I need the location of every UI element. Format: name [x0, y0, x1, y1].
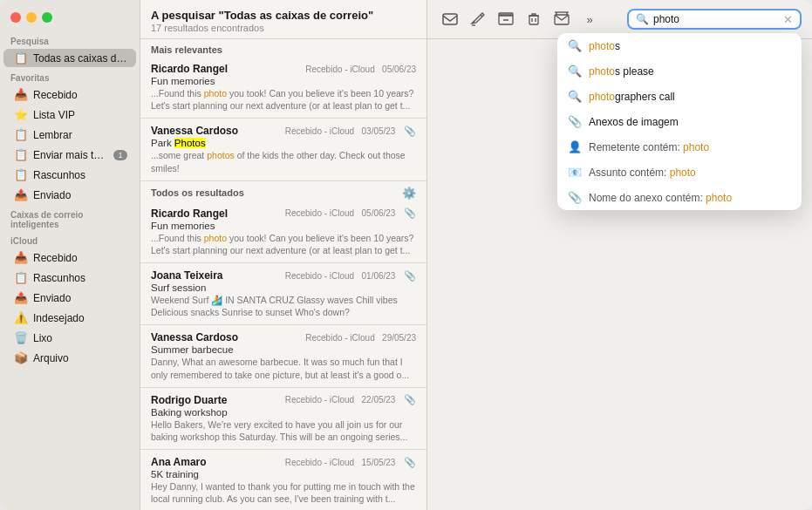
email-list-header: A pesquisar "Todas as caixas de correio"… [140, 0, 426, 39]
autocomplete-item-photos-please[interactable]: 🔍 photos please [557, 58, 802, 84]
section-all: Todos os resultados ⚙️ [140, 181, 426, 201]
email-preview: ...Found this photo you took! Can you be… [151, 232, 416, 256]
drafts-icon: 📋 [14, 271, 28, 284]
favorites-section-label: Favoritas [0, 68, 140, 85]
email-subject: 5K training [151, 469, 416, 479]
autocomplete-item-attachment-name[interactable]: 📎 Nome do anexo contém: photo [557, 185, 802, 210]
autocomplete-item-attachment-image[interactable]: 📎 Anexos de imagem [557, 109, 802, 134]
sidebar-item-enviar-mais-tarde[interactable]: 📋 Enviar mais tarde 1 [3, 146, 136, 164]
search-input[interactable] [653, 13, 779, 25]
autocomplete-text: photographers call [589, 91, 791, 103]
email-preview: Weekend Surf 🏄 IN SANTA CRUZ Glassy wave… [151, 294, 416, 318]
sidebar-item-enviado-fav[interactable]: 📤 Enviado [3, 186, 136, 204]
sidebar-item-label: Recebido [33, 89, 127, 101]
email-list-title: A pesquisar "Todas as caixas de correio" [151, 9, 416, 22]
sidebar-item-label: Indesejado [33, 312, 127, 324]
sidebar-item-label: Enviado [33, 292, 127, 304]
svg-line-1 [481, 15, 482, 17]
autocomplete-item-subject[interactable]: 📧 Assunto contém: photo [557, 160, 802, 185]
email-list: A pesquisar "Todas as caixas de correio"… [140, 0, 427, 510]
more-button[interactable]: » [577, 7, 602, 31]
autocomplete-item-photographers[interactable]: 🔍 photographers call [557, 84, 802, 109]
email-item[interactable]: Ricardo Rangel Recebido - iCloud 05/06/2… [140, 201, 426, 263]
sidebar-item-vip[interactable]: ⭐ Lista VIP [3, 105, 136, 124]
delete-button[interactable] [522, 7, 546, 31]
sidebar-item-all-mailboxes[interactable]: 📋 Todas as caixas de... [3, 49, 136, 67]
archive-button[interactable] [494, 7, 518, 31]
sent-icon: 📤 [14, 291, 28, 304]
attachment-suggestion-icon: 📎 [568, 115, 582, 128]
sidebar-item-recebido-fav[interactable]: 📥 Recebido [3, 85, 136, 104]
compose-button[interactable] [466, 7, 490, 31]
sidebar-item-recebido-ic[interactable]: 📥 Recebido [3, 248, 136, 267]
sidebar-item-label: Rascunhos [33, 169, 127, 181]
email-item[interactable]: Ricardo Rangel Recebido - iCloud 05/06/2… [140, 57, 426, 119]
drafts-icon: 📋 [14, 168, 28, 181]
email-list-body: Mais relevantes Ricardo Rangel Recebido … [140, 39, 426, 510]
new-mail-button[interactable] [438, 7, 462, 31]
sidebar-item-indesejado[interactable]: ⚠️ Indesejado [3, 309, 136, 327]
autocomplete-item-sender[interactable]: 👤 Remetente contém: photo [557, 134, 802, 160]
sidebar-item-arquivo[interactable]: 📦 Arquivo [3, 349, 136, 367]
email-date-source: Recebido - iCloud 05/06/23 [305, 65, 416, 74]
sidebar-item-label: Lixo [33, 332, 127, 344]
email-item[interactable]: Rodrigo Duarte Recebido - iCloud 22/05/2… [140, 388, 426, 450]
email-preview: ...Found this photo you took! Can you be… [151, 87, 416, 112]
attachment-icon: 📎 [404, 457, 416, 468]
autocomplete-text: photos please [589, 65, 791, 78]
sidebar: Pesquisa 📋 Todas as caixas de... Favorit… [0, 0, 140, 510]
email-sender: Ricardo Rangel [151, 63, 228, 75]
sidebar-item-label: Arquivo [33, 352, 127, 364]
sidebar-item-rascunhos-ic[interactable]: 📋 Rascunhos [3, 269, 136, 287]
email-preview: Danny, What an awesome barbecue. It was … [151, 356, 416, 380]
email-sender: Vanessa Cardoso [151, 331, 238, 343]
attachment-icon: 📎 [404, 270, 416, 282]
search-suggestion-icon: 🔍 [568, 39, 582, 52]
autocomplete-dropdown: 🔍 photos 🔍 photos please 🔍 photographers… [557, 33, 802, 210]
email-subject: Fun memories [151, 221, 416, 231]
close-button[interactable] [10, 12, 21, 23]
maximize-button[interactable] [42, 12, 52, 23]
sort-icon[interactable]: ⚙️ [402, 187, 416, 200]
email-subject: Surf session [151, 282, 416, 293]
email-item[interactable]: Vanessa Cardoso Recebido - iCloud 03/05/… [140, 119, 426, 180]
autocomplete-text: Assunto contém: photo [589, 167, 791, 179]
email-date-source: Recebido - iCloud 15/05/23 📎 [285, 457, 416, 468]
sidebar-item-lixo[interactable]: 🗑️ Lixo [3, 329, 136, 347]
junk-button[interactable] [549, 7, 574, 31]
search-clear-button[interactable]: ✕ [783, 14, 793, 25]
more-icon: » [586, 13, 592, 26]
search-icon: 🔍 [636, 13, 649, 25]
sidebar-item-enviado-ic[interactable]: 📤 Enviado [3, 289, 136, 307]
email-preview: Hey Danny, I wanted to thank you for put… [151, 480, 416, 505]
smart-section-label: Caixas de correio inteligentes [0, 205, 140, 231]
autocomplete-text: Nome do anexo contém: photo [589, 192, 791, 204]
section-relevant: Mais relevantes [140, 39, 426, 57]
sidebar-item-label: Recebido [33, 252, 127, 264]
search-container: 🔍 ✕ 🔍 photos 🔍 photos please 🔍 photograp… [627, 9, 802, 30]
autocomplete-text: Remetente contém: photo [589, 141, 791, 153]
sidebar-item-rascunhos[interactable]: 📋 Rascunhos [3, 166, 136, 184]
attachment-name-suggestion-icon: 📎 [568, 191, 582, 204]
email-item[interactable]: Vanessa Cardoso Recebido - iCloud 29/05/… [140, 325, 426, 387]
email-subject: Park Photos [151, 138, 416, 148]
email-preview: ...some great photos of the kids the oth… [151, 149, 416, 173]
minimize-button[interactable] [26, 12, 37, 23]
email-sender: Vanessa Cardoso [151, 125, 238, 137]
email-subject: Fun memories [151, 76, 416, 86]
attachment-icon: 📎 [404, 394, 416, 405]
junk-icon: ⚠️ [14, 311, 28, 324]
badge-enviar-mais-tarde: 1 [113, 150, 127, 160]
sidebar-item-lembrar[interactable]: 📋 Lembrar [3, 126, 136, 144]
email-item[interactable]: Joana Teixeira Recebido - iCloud 01/06/2… [140, 263, 426, 325]
toolbar: » 🔍 ✕ 🔍 photos 🔍 photos please [427, 0, 812, 39]
sidebar-item-label: Lista VIP [33, 109, 127, 121]
sidebar-item-label: Lembrar [33, 129, 127, 141]
email-sender: Joana Teixeira [151, 269, 223, 282]
autocomplete-text: Anexos de imagem [589, 116, 791, 128]
email-item[interactable]: Ana Amaro Recebido - iCloud 15/05/23 📎 5… [140, 450, 426, 510]
email-date-source: Recebido - iCloud 01/06/23 📎 [285, 270, 416, 282]
email-subject: Baking workshop [151, 407, 416, 418]
email-date-source: Recebido - iCloud 05/06/23 📎 [285, 207, 416, 219]
autocomplete-item-photos[interactable]: 🔍 photos [557, 33, 802, 58]
